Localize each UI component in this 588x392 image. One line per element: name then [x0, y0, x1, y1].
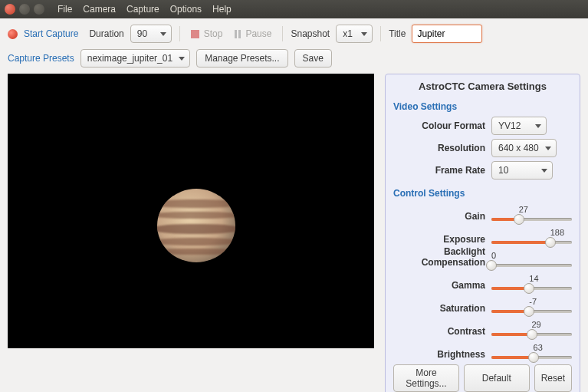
more-settings-button[interactable]: More Settings... — [393, 364, 459, 392]
backlight-slider[interactable] — [491, 260, 572, 271]
brightness-value: 63 — [534, 343, 572, 352]
exposure-slider[interactable] — [491, 237, 572, 248]
menu-capture[interactable]: Capture — [126, 4, 159, 15]
menu-options[interactable]: Options — [170, 4, 202, 15]
chevron-down-icon — [179, 57, 185, 61]
menu-help[interactable]: Help — [212, 4, 232, 15]
gain-label: Gain — [393, 211, 491, 225]
control-settings-header: Control Settings — [393, 188, 572, 199]
window-maximize-button[interactable] — [34, 4, 44, 15]
stop-button[interactable]: Stop — [188, 25, 226, 43]
window-close-button[interactable] — [5, 4, 15, 15]
chevron-down-icon — [541, 169, 547, 173]
slider-thumb[interactable] — [524, 306, 534, 317]
colour-format-select[interactable]: YV12 — [491, 117, 547, 135]
content-area: AstroCTC Camera Settings Video Settings … — [0, 74, 588, 392]
saturation-slider[interactable] — [491, 306, 572, 317]
save-preset-button[interactable]: Save — [294, 49, 332, 68]
window-minimize-button[interactable] — [19, 4, 30, 15]
titlebar: File Camera Capture Options Help — [0, 0, 588, 18]
gamma-label: Gamma — [393, 280, 491, 294]
brightness-slider[interactable] — [491, 352, 572, 363]
title-label: Title — [389, 28, 406, 39]
toolbar-main: Start Capture Duration 90 Stop Pause Sna… — [0, 18, 588, 49]
slider-thumb[interactable] — [528, 352, 539, 363]
brightness-label: Brightness — [393, 349, 491, 363]
camera-settings-panel: AstroCTC Camera Settings Video Settings … — [385, 74, 580, 392]
video-viewport — [8, 74, 374, 348]
duration-select[interactable]: 90 — [130, 25, 172, 43]
title-input[interactable] — [412, 25, 482, 43]
saturation-label: Saturation — [393, 303, 491, 317]
chevron-down-icon — [160, 32, 166, 36]
slider-thumb[interactable] — [486, 260, 497, 271]
slider-thumb[interactable] — [527, 329, 537, 340]
reset-button[interactable]: Reset — [534, 364, 572, 392]
duration-label: Duration — [89, 28, 123, 39]
resolution-select[interactable]: 640 x 480 — [491, 139, 557, 157]
chevron-down-icon — [545, 147, 551, 150]
gain-slider[interactable] — [491, 214, 572, 225]
chevron-down-icon — [361, 32, 367, 36]
frame-rate-select[interactable]: 10 — [491, 161, 553, 180]
pause-button[interactable]: Pause — [232, 25, 274, 43]
start-capture-link[interactable]: Start Capture — [24, 28, 78, 39]
pause-icon — [235, 30, 241, 38]
preset-select[interactable]: neximage_jupiter_01 — [80, 49, 190, 68]
menu-file[interactable]: File — [57, 4, 72, 15]
saturation-value: -7 — [529, 297, 572, 306]
default-button[interactable]: Default — [464, 364, 530, 392]
contrast-value: 29 — [532, 320, 573, 329]
separator — [282, 26, 283, 41]
slider-thumb[interactable] — [514, 214, 524, 225]
separator — [380, 26, 381, 41]
exposure-value: 188 — [550, 228, 572, 237]
backlight-label: Backlight Compensation — [393, 246, 491, 271]
separator — [179, 26, 180, 41]
menubar: File Camera Capture Options Help — [57, 4, 232, 15]
snapshot-label: Snapshot — [291, 28, 330, 39]
jupiter-image — [157, 189, 235, 262]
manage-presets-button[interactable]: Manage Presets... — [196, 49, 287, 68]
frame-rate-label: Frame Rate — [393, 165, 491, 176]
colour-format-label: Colour Format — [393, 120, 491, 131]
gain-value: 27 — [519, 205, 572, 214]
resolution-label: Resolution — [393, 143, 491, 153]
backlight-value: 0 — [491, 251, 572, 260]
capture-presets-label: Capture Presets — [8, 53, 74, 64]
record-icon — [8, 29, 18, 39]
stop-icon — [191, 30, 199, 38]
slider-thumb[interactable] — [524, 283, 534, 294]
menu-camera[interactable]: Camera — [83, 4, 116, 15]
panel-title: AstroCTC Camera Settings — [393, 81, 572, 92]
slider-thumb[interactable] — [545, 237, 556, 248]
snapshot-select[interactable]: x1 — [336, 25, 373, 43]
gamma-value: 14 — [529, 274, 572, 283]
contrast-label: Contrast — [393, 326, 491, 340]
gamma-slider[interactable] — [491, 283, 572, 294]
contrast-slider[interactable] — [491, 329, 572, 340]
video-settings-header: Video Settings — [393, 101, 572, 112]
toolbar-presets: Capture Presets neximage_jupiter_01 Mana… — [0, 49, 588, 74]
chevron-down-icon — [535, 124, 541, 128]
